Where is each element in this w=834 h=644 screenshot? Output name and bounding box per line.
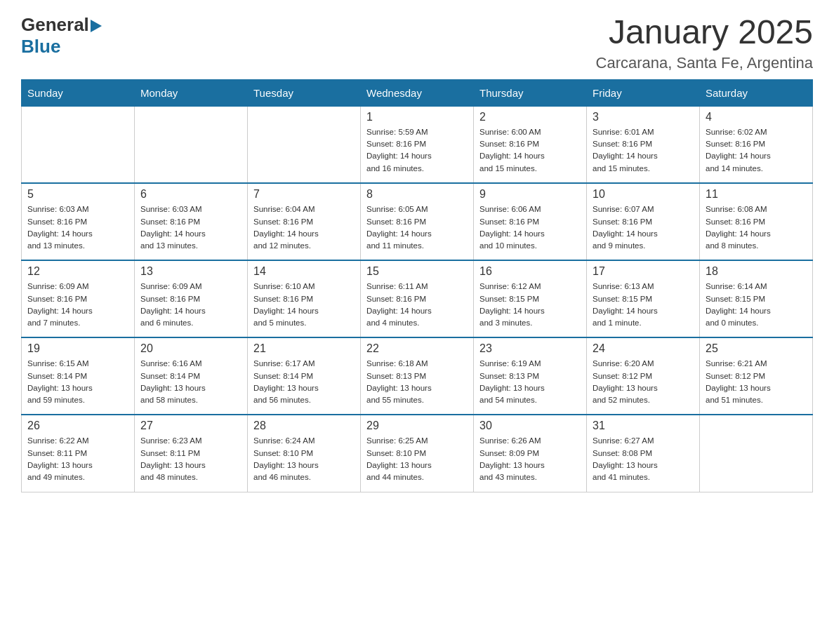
day-number: 20	[140, 342, 241, 355]
calendar-table: SundayMondayTuesdayWednesdayThursdayFrid…	[21, 79, 813, 492]
logo-arrow-icon	[91, 20, 102, 32]
day-info: Sunrise: 6:03 AMSunset: 8:16 PMDaylight:…	[27, 203, 128, 252]
day-cell: 19Sunrise: 6:15 AMSunset: 8:14 PMDayligh…	[22, 337, 135, 415]
day-number: 19	[27, 342, 128, 355]
day-number: 5	[27, 188, 128, 201]
day-info: Sunrise: 6:20 AMSunset: 8:12 PMDaylight:…	[593, 358, 694, 406]
day-number: 28	[253, 420, 355, 432]
day-cell: 11Sunrise: 6:08 AMSunset: 8:16 PMDayligh…	[700, 183, 813, 260]
day-info: Sunrise: 6:03 AMSunset: 8:16 PMDaylight:…	[140, 203, 241, 252]
header-tuesday: Tuesday	[248, 79, 361, 106]
day-info: Sunrise: 6:23 AMSunset: 8:11 PMDaylight:…	[140, 435, 241, 483]
day-cell: 13Sunrise: 6:09 AMSunset: 8:16 PMDayligh…	[135, 260, 248, 337]
day-cell: 8Sunrise: 6:05 AMSunset: 8:16 PMDaylight…	[361, 183, 474, 260]
day-cell	[22, 106, 135, 183]
day-info: Sunrise: 6:13 AMSunset: 8:15 PMDaylight:…	[593, 281, 694, 329]
day-number: 2	[479, 111, 581, 123]
day-cell: 29Sunrise: 6:25 AMSunset: 8:10 PMDayligh…	[361, 415, 474, 492]
day-info: Sunrise: 6:06 AMSunset: 8:16 PMDaylight:…	[479, 203, 581, 252]
week-row-1: 1Sunrise: 5:59 AMSunset: 8:16 PMDaylight…	[22, 106, 813, 183]
day-info: Sunrise: 6:21 AMSunset: 8:12 PMDaylight:…	[706, 358, 807, 406]
logo: General Blue	[21, 14, 102, 58]
header-friday: Friday	[587, 79, 700, 106]
day-number: 23	[479, 342, 581, 355]
logo-blue: Blue	[21, 36, 60, 57]
week-row-3: 12Sunrise: 6:09 AMSunset: 8:16 PMDayligh…	[22, 260, 813, 337]
day-cell: 31Sunrise: 6:27 AMSunset: 8:08 PMDayligh…	[587, 415, 700, 492]
day-number: 18	[706, 265, 807, 278]
day-cell	[248, 106, 361, 183]
day-info: Sunrise: 6:10 AMSunset: 8:16 PMDaylight:…	[253, 281, 355, 329]
day-info: Sunrise: 6:08 AMSunset: 8:16 PMDaylight:…	[706, 203, 807, 252]
day-info: Sunrise: 6:27 AMSunset: 8:08 PMDaylight:…	[593, 435, 694, 483]
day-number: 25	[706, 342, 807, 355]
day-info: Sunrise: 6:04 AMSunset: 8:16 PMDaylight:…	[253, 203, 355, 252]
day-cell: 3Sunrise: 6:01 AMSunset: 8:16 PMDaylight…	[587, 106, 700, 183]
day-number: 16	[479, 265, 581, 278]
day-cell: 20Sunrise: 6:16 AMSunset: 8:14 PMDayligh…	[135, 337, 248, 415]
header-sunday: Sunday	[22, 79, 135, 106]
day-cell: 1Sunrise: 5:59 AMSunset: 8:16 PMDaylight…	[361, 106, 474, 183]
day-info: Sunrise: 6:07 AMSunset: 8:16 PMDaylight:…	[593, 203, 694, 252]
month-title: January 2025	[596, 14, 813, 51]
day-cell: 15Sunrise: 6:11 AMSunset: 8:16 PMDayligh…	[361, 260, 474, 337]
week-row-5: 26Sunrise: 6:22 AMSunset: 8:11 PMDayligh…	[22, 415, 813, 492]
day-cell: 21Sunrise: 6:17 AMSunset: 8:14 PMDayligh…	[248, 337, 361, 415]
logo-general: General	[21, 14, 89, 36]
day-info: Sunrise: 6:02 AMSunset: 8:16 PMDaylight:…	[706, 126, 807, 175]
day-cell: 24Sunrise: 6:20 AMSunset: 8:12 PMDayligh…	[587, 337, 700, 415]
day-number: 1	[366, 111, 468, 123]
day-number: 7	[253, 188, 355, 201]
day-info: Sunrise: 6:15 AMSunset: 8:14 PMDaylight:…	[27, 358, 128, 406]
day-number: 30	[479, 420, 581, 432]
day-cell: 18Sunrise: 6:14 AMSunset: 8:15 PMDayligh…	[700, 260, 813, 337]
header-row: SundayMondayTuesdayWednesdayThursdayFrid…	[22, 79, 813, 106]
day-cell: 4Sunrise: 6:02 AMSunset: 8:16 PMDaylight…	[700, 106, 813, 183]
day-cell	[700, 415, 813, 492]
day-info: Sunrise: 6:25 AMSunset: 8:10 PMDaylight:…	[366, 435, 468, 483]
day-info: Sunrise: 6:22 AMSunset: 8:11 PMDaylight:…	[27, 435, 128, 483]
day-cell: 16Sunrise: 6:12 AMSunset: 8:15 PMDayligh…	[474, 260, 587, 337]
day-info: Sunrise: 6:18 AMSunset: 8:13 PMDaylight:…	[366, 358, 468, 406]
day-number: 21	[253, 342, 355, 355]
header-wednesday: Wednesday	[361, 79, 474, 106]
week-row-2: 5Sunrise: 6:03 AMSunset: 8:16 PMDaylight…	[22, 183, 813, 260]
day-info: Sunrise: 6:16 AMSunset: 8:14 PMDaylight:…	[140, 358, 241, 406]
day-info: Sunrise: 6:01 AMSunset: 8:16 PMDaylight:…	[593, 126, 694, 175]
day-number: 4	[706, 111, 807, 123]
page-header: General Blue January 2025 Carcarana, San…	[21, 14, 813, 72]
day-number: 3	[593, 111, 694, 123]
day-info: Sunrise: 6:17 AMSunset: 8:14 PMDaylight:…	[253, 358, 355, 406]
day-number: 31	[593, 420, 694, 432]
day-info: Sunrise: 6:26 AMSunset: 8:09 PMDaylight:…	[479, 435, 581, 483]
day-number: 14	[253, 265, 355, 278]
day-number: 8	[366, 188, 468, 201]
day-cell: 28Sunrise: 6:24 AMSunset: 8:10 PMDayligh…	[248, 415, 361, 492]
day-info: Sunrise: 6:19 AMSunset: 8:13 PMDaylight:…	[479, 358, 581, 406]
day-number: 29	[366, 420, 468, 432]
day-number: 10	[593, 188, 694, 201]
day-info: Sunrise: 6:05 AMSunset: 8:16 PMDaylight:…	[366, 203, 468, 252]
day-cell: 25Sunrise: 6:21 AMSunset: 8:12 PMDayligh…	[700, 337, 813, 415]
day-number: 9	[479, 188, 581, 201]
day-cell: 14Sunrise: 6:10 AMSunset: 8:16 PMDayligh…	[248, 260, 361, 337]
day-info: Sunrise: 6:24 AMSunset: 8:10 PMDaylight:…	[253, 435, 355, 483]
day-cell: 30Sunrise: 6:26 AMSunset: 8:09 PMDayligh…	[474, 415, 587, 492]
day-cell: 17Sunrise: 6:13 AMSunset: 8:15 PMDayligh…	[587, 260, 700, 337]
header-saturday: Saturday	[700, 79, 813, 106]
day-cell: 6Sunrise: 6:03 AMSunset: 8:16 PMDaylight…	[135, 183, 248, 260]
day-number: 13	[140, 265, 241, 278]
day-info: Sunrise: 6:11 AMSunset: 8:16 PMDaylight:…	[366, 281, 468, 329]
day-info: Sunrise: 6:09 AMSunset: 8:16 PMDaylight:…	[140, 281, 241, 329]
day-number: 12	[27, 265, 128, 278]
day-number: 6	[140, 188, 241, 201]
day-info: Sunrise: 6:12 AMSunset: 8:15 PMDaylight:…	[479, 281, 581, 329]
day-cell: 23Sunrise: 6:19 AMSunset: 8:13 PMDayligh…	[474, 337, 587, 415]
day-number: 22	[366, 342, 468, 355]
day-number: 26	[27, 420, 128, 432]
day-cell: 2Sunrise: 6:00 AMSunset: 8:16 PMDaylight…	[474, 106, 587, 183]
day-cell	[135, 106, 248, 183]
day-number: 27	[140, 420, 241, 432]
day-cell: 22Sunrise: 6:18 AMSunset: 8:13 PMDayligh…	[361, 337, 474, 415]
location: Carcarana, Santa Fe, Argentina	[596, 54, 813, 72]
